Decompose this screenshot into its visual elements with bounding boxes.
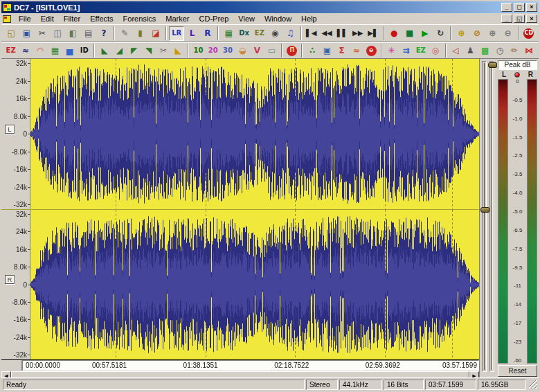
live-meter-button[interactable]: ▦ — [221, 26, 236, 41]
slope-filter-button[interactable]: ◣ — [171, 44, 186, 57]
skip-to-start-button[interactable]: ▌◀ — [304, 26, 319, 41]
menu-filter[interactable]: Filter — [59, 14, 85, 24]
playlist-notes-button[interactable]: ♫ — [282, 26, 298, 41]
loop-play-button[interactable]: ↻ — [433, 26, 448, 41]
save-file-button[interactable]: ▣ — [19, 26, 34, 41]
speaker-test-button[interactable]: ◁ — [449, 44, 463, 57]
open-file-button[interactable]: ◱ — [3, 26, 19, 41]
zoom-selection-button[interactable]: ⊘ — [469, 26, 485, 41]
median-filter-button[interactable]: ∴ — [305, 44, 319, 57]
spectrum-bars-button[interactable]: ▅ — [62, 44, 77, 57]
menu-effects[interactable]: Effects — [85, 14, 118, 24]
id-display-button[interactable]: ID — [77, 44, 91, 57]
pause-icon: ▌▌ — [337, 30, 348, 37]
eq-30-band-icon: 30 — [223, 47, 233, 54]
deconvolve-button[interactable]: ⋈ — [522, 44, 537, 57]
ez-filter-button[interactable]: EZ — [3, 44, 18, 57]
menu-marker[interactable]: Marker — [161, 14, 194, 24]
rewind-button[interactable]: ◀◀ — [319, 26, 334, 41]
right-slider-handle[interactable] — [488, 62, 497, 68]
print-button[interactable]: ▤ — [81, 26, 96, 41]
waveform-panel: 32k24k16k8.0k0-8.0k-16k-24k-32kL 32k24k1… — [1, 59, 479, 377]
zoom-in-wave-button[interactable]: ⊕ — [453, 26, 469, 41]
skip-to-end-button[interactable]: ▶▌ — [366, 26, 381, 41]
bandpass-filter-button[interactable]: ◤ — [127, 44, 141, 57]
resize-grip[interactable] — [529, 380, 537, 389]
zoom-in-button[interactable]: ⊕ — [485, 26, 500, 41]
right-channel-waveform[interactable] — [30, 210, 479, 359]
meter-right-label: R — [528, 71, 533, 78]
wave-edit-icon: ◪ — [152, 29, 159, 37]
minimize-button[interactable]: _ — [501, 3, 512, 12]
spectrum-curve-button[interactable]: ◠ — [33, 44, 47, 57]
lowpass-filter-button[interactable]: ◣ — [97, 44, 111, 57]
paste-button[interactable]: ◧ — [65, 26, 80, 41]
brush-touchup-button[interactable]: ✏ — [507, 44, 522, 57]
stop-icon: ■ — [406, 29, 413, 37]
cd-button[interactable]: CD — [521, 26, 537, 41]
menu-help[interactable]: Help — [296, 14, 322, 24]
highpass-filter-button[interactable]: ◢ — [112, 44, 127, 57]
menu-window[interactable]: Window — [260, 14, 296, 24]
left-slider-handle[interactable] — [480, 207, 489, 213]
pause-button[interactable]: ▌▌ — [334, 26, 350, 41]
clock-timer-button[interactable]: ◷ — [492, 44, 507, 57]
fast-forward-button[interactable]: ▶▶ — [350, 26, 366, 41]
attenuate-button[interactable]: ⊖ — [363, 44, 378, 57]
pencil-edit-icon: ✎ — [121, 29, 128, 37]
transfer-wave-button[interactable]: ≈ — [349, 44, 363, 57]
pencil-edit-button[interactable]: ✎ — [117, 26, 132, 41]
right-gain-slider[interactable] — [489, 61, 494, 372]
record-button[interactable]: ● — [386, 26, 402, 41]
eq-grid-button[interactable]: ▦ — [48, 44, 62, 57]
zoom-out-button[interactable]: ⊖ — [500, 26, 515, 41]
dome-filter-button[interactable]: ◒ — [235, 44, 250, 57]
reset-button[interactable]: Reset — [498, 365, 537, 377]
crosshair-button[interactable]: ◎ — [428, 44, 442, 57]
sparkle-enhance-button[interactable]: ✳ — [384, 44, 399, 57]
menu-forensics[interactable]: Forensics — [118, 14, 161, 24]
burn-cd-button[interactable]: ◉ — [267, 26, 282, 41]
help-button[interactable]: ? — [96, 26, 111, 41]
menu-edit[interactable]: Edit — [36, 14, 59, 24]
ez-plus-button[interactable]: EZ — [413, 44, 428, 57]
square-wave-button[interactable]: Π — [285, 44, 299, 57]
eq-30-band-button[interactable]: 30 — [220, 44, 235, 57]
child-minimize-button[interactable]: _ — [501, 15, 512, 23]
sigma-curve-button[interactable]: Σ — [334, 44, 349, 57]
child-restore-button[interactable]: ◱ — [514, 15, 525, 23]
marker-pen-button[interactable]: ▮ — [133, 26, 148, 41]
green-monitor-button[interactable]: ▩ — [478, 44, 492, 57]
menu-cd-prep[interactable]: CD-Prep — [195, 14, 234, 24]
left-gain-slider[interactable] — [482, 61, 487, 372]
scatter-arrows-button[interactable]: ⇉ — [399, 44, 413, 57]
bandstop-filter-button[interactable]: ◥ — [141, 44, 156, 57]
eq-10-band-button[interactable]: 10 — [191, 44, 206, 57]
eq-20-band-button[interactable]: 20 — [206, 44, 220, 57]
oscilloscope-button[interactable]: ▣ — [320, 44, 334, 57]
directx-button[interactable]: Dx — [236, 26, 251, 41]
close-button[interactable]: × — [526, 3, 537, 12]
stop-button[interactable]: ■ — [402, 26, 417, 41]
ez-wizard-button[interactable]: EZ — [252, 26, 267, 41]
status-field: 16 Bits — [384, 380, 424, 390]
right-channel-button[interactable]: R — [200, 26, 215, 41]
channel-blender-button[interactable]: V — [250, 44, 264, 57]
stereo-lr-toggle-button[interactable]: LR — [169, 26, 184, 41]
timeline-strip[interactable]: 00:00.000000:57.518101:38.135102:18.7522… — [22, 360, 479, 371]
axis-label: -8.0k — [3, 148, 27, 156]
play-button[interactable]: ▶ — [417, 26, 433, 41]
menu-file[interactable]: File — [14, 14, 36, 24]
image-view-button[interactable]: ▭ — [264, 44, 279, 57]
wave-edit-button[interactable]: ◪ — [148, 26, 163, 41]
copy-button[interactable]: ◫ — [50, 26, 65, 41]
maximize-button[interactable]: ◻ — [514, 3, 525, 12]
menu-view[interactable]: View — [233, 14, 260, 24]
cut-button[interactable]: ✂ — [35, 26, 50, 41]
declick-button[interactable]: ✂ — [156, 44, 170, 57]
left-channel-button[interactable]: L — [184, 26, 199, 41]
left-channel-waveform[interactable] — [30, 59, 479, 209]
child-close-button[interactable]: × — [526, 15, 537, 23]
forensics-robot-button[interactable]: ♟ — [463, 44, 478, 57]
impulse-filter-button[interactable]: ≈ — [18, 44, 33, 57]
